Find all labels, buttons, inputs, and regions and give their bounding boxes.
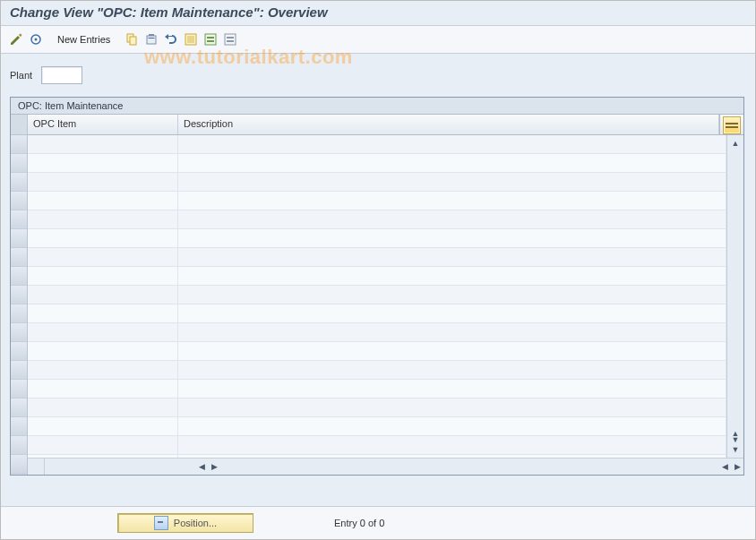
table-row[interactable] (28, 417, 726, 436)
row-selector[interactable] (11, 399, 27, 417)
table-row[interactable] (28, 210, 726, 229)
cell-description[interactable] (178, 267, 726, 285)
cell-opc-item[interactable] (28, 229, 178, 247)
new-entries-button[interactable]: New Entries (52, 31, 116, 47)
cell-opc-item[interactable] (28, 304, 178, 322)
scroll-down-double-icon[interactable]: ▲▼ (729, 431, 742, 443)
cell-description[interactable] (178, 436, 726, 454)
row-selector[interactable] (11, 304, 27, 323)
cell-description[interactable] (178, 342, 726, 360)
cell-description[interactable] (178, 286, 726, 304)
grid-header-row: OPC Item Description (28, 115, 743, 135)
row-selector[interactable] (11, 154, 27, 173)
column-header-opc-item[interactable]: OPC Item (28, 115, 178, 134)
configure-columns-icon[interactable] (723, 116, 741, 134)
position-button[interactable]: Position... (117, 513, 253, 533)
cell-description[interactable] (178, 210, 726, 228)
copy-as-icon[interactable] (124, 31, 140, 47)
vertical-scrollbar[interactable]: ▲ ▲▼ ▼ (726, 135, 743, 458)
other-view-icon[interactable] (28, 31, 44, 47)
table-row[interactable] (28, 267, 726, 286)
cell-description[interactable] (178, 154, 726, 172)
undo-icon[interactable] (163, 31, 179, 47)
scroll-right-a-icon[interactable]: ▶ (208, 460, 220, 473)
cell-opc-item[interactable] (28, 173, 178, 191)
cell-description[interactable] (178, 304, 726, 322)
cell-opc-item[interactable] (28, 267, 178, 285)
cell-opc-item[interactable] (28, 399, 178, 416)
table-row[interactable] (28, 436, 726, 455)
row-selector[interactable] (11, 135, 27, 154)
cell-opc-item[interactable] (28, 361, 178, 379)
cell-opc-item[interactable] (28, 210, 178, 228)
row-selector[interactable] (11, 229, 27, 248)
row-selector[interactable] (11, 267, 27, 286)
row-selector[interactable] (11, 210, 27, 229)
deselect-all-icon[interactable] (222, 31, 238, 47)
table-row[interactable] (28, 229, 726, 248)
table-row[interactable] (28, 154, 726, 173)
cell-description[interactable] (178, 323, 726, 341)
table-row[interactable] (28, 455, 726, 458)
cell-description[interactable] (178, 399, 726, 416)
table-row[interactable] (28, 248, 726, 267)
cell-description[interactable] (178, 455, 726, 458)
row-selector[interactable] (11, 173, 27, 192)
select-all-icon[interactable] (183, 31, 199, 47)
cell-description[interactable] (178, 173, 726, 191)
table-row[interactable] (28, 304, 726, 323)
cell-description[interactable] (178, 192, 726, 210)
cell-opc-item[interactable] (28, 286, 178, 304)
cell-opc-item[interactable] (28, 192, 178, 210)
scroll-left-icon[interactable]: ◀ (195, 460, 208, 473)
cell-opc-item[interactable] (28, 455, 178, 458)
cell-opc-item[interactable] (28, 248, 178, 266)
row-selector[interactable] (11, 436, 27, 455)
cell-description[interactable] (178, 135, 726, 153)
row-selector[interactable] (11, 380, 27, 399)
cell-opc-item[interactable] (28, 436, 178, 454)
row-selector[interactable] (11, 361, 27, 380)
row-selector[interactable] (11, 192, 27, 210)
plant-label: Plant (10, 70, 32, 81)
delete-icon[interactable] (143, 31, 159, 47)
scroll-down-icon[interactable]: ▼ (729, 443, 742, 456)
table-row[interactable] (28, 173, 726, 192)
cell-description[interactable] (178, 417, 726, 435)
toggle-display-icon[interactable] (8, 31, 24, 47)
cell-opc-item[interactable] (28, 417, 178, 435)
table-row[interactable] (28, 192, 726, 210)
row-selector[interactable] (11, 455, 27, 474)
scroll-right-icon[interactable]: ▶ (731, 460, 743, 473)
row-selector[interactable] (11, 286, 27, 304)
scroll-up-icon[interactable]: ▲ (729, 137, 742, 150)
cell-opc-item[interactable] (28, 154, 178, 172)
svg-rect-10 (207, 40, 214, 42)
horizontal-scrollbar[interactable]: ◀ ▶ ◀ ▶ (28, 458, 743, 475)
table-row[interactable] (28, 135, 726, 154)
plant-input[interactable] (41, 66, 82, 84)
row-selector[interactable] (11, 248, 27, 267)
scroll-left-b-icon[interactable]: ◀ (718, 460, 731, 473)
cell-description[interactable] (178, 361, 726, 379)
column-header-description[interactable]: Description (178, 115, 719, 134)
cell-opc-item[interactable] (28, 323, 178, 341)
cell-description[interactable] (178, 248, 726, 266)
row-selector[interactable] (11, 342, 27, 361)
cell-description[interactable] (178, 229, 726, 247)
svg-rect-7 (187, 36, 194, 43)
select-block-icon[interactable] (202, 31, 219, 47)
table-row[interactable] (28, 342, 726, 361)
row-selector[interactable] (11, 323, 27, 342)
table-row[interactable] (28, 399, 726, 417)
cell-opc-item[interactable] (28, 380, 178, 398)
cell-opc-item[interactable] (28, 135, 178, 153)
cell-opc-item[interactable] (28, 342, 178, 360)
grid-data-area[interactable] (28, 135, 726, 458)
cell-description[interactable] (178, 380, 726, 398)
table-row[interactable] (28, 323, 726, 342)
table-row[interactable] (28, 380, 726, 399)
table-row[interactable] (28, 286, 726, 304)
table-row[interactable] (28, 361, 726, 380)
row-selector[interactable] (11, 417, 27, 436)
